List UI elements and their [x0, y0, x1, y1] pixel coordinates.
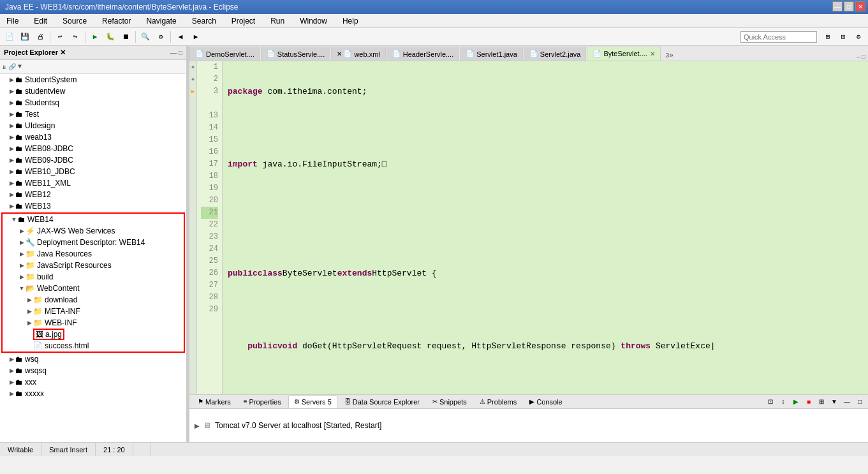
tree-item-webcontent[interactable]: ▼ 📂 WebContent [3, 283, 184, 294]
line-num-17: 17 [201, 158, 218, 170]
tree-item-xxx[interactable]: ▶ 🖿 xxx [0, 376, 186, 388]
tree-item-test[interactable]: ▶ 🖿 Test [0, 108, 186, 120]
toolbar-btn-9[interactable]: ⚙ [154, 30, 168, 44]
tree-item-ajpg[interactable]: 🖼 a.jpg [3, 329, 184, 340]
tab-properties[interactable]: ≡ Properties [238, 396, 287, 408]
tree-item-js-resources[interactable]: ▶ 📁 JavaScript Resources [3, 260, 184, 271]
tree-item-studentsystem[interactable]: ▶ 🖿 StudentSystem [0, 74, 186, 85]
tree-item-studentview[interactable]: ▶ 🖿 studentview [0, 85, 186, 97]
quick-access-input[interactable] [740, 31, 817, 43]
tree-item-wsqsq[interactable]: ▶ 🖿 wsqsq [0, 365, 186, 376]
tree-item-deployment[interactable]: ▶ 🔧 Deployment Descriptor: WEB14 [3, 237, 184, 248]
bottom-minimize-btn[interactable]: — [841, 396, 853, 408]
tree-item-meta-inf[interactable]: ▶ 📁 META-INF [3, 306, 184, 317]
tree-item-success-html[interactable]: 📄 success.html [3, 340, 184, 352]
tree-item-uidesign[interactable]: ▶ 🖿 UIdesign [0, 120, 186, 131]
tree-item-web-inf[interactable]: ▶ 📁 WEB-INF [3, 317, 184, 329]
toolbar-btn-10[interactable]: ◀ [173, 30, 188, 44]
menu-file[interactable]: File [3, 15, 22, 27]
tab-demoservlet[interactable]: 📄 DemoServlet.... [189, 47, 260, 61]
tree-item-web12[interactable]: ▶ 🖿 WEB12 [0, 189, 186, 200]
panel-menu-btn[interactable]: ▼ [18, 63, 22, 70]
project-icon: 🖿 [15, 98, 23, 107]
tab-statusservlet[interactable]: 📄 StatusServle.... [261, 47, 331, 61]
tree-item-web11[interactable]: ▶ 🖿 WEB11_XML [0, 177, 186, 189]
tab-headerservlet[interactable]: 📄 HeaderServle.... [386, 47, 459, 61]
tab-icon: 📄 [195, 50, 204, 58]
code-content[interactable]: package com.itheima.content; import java… [223, 61, 868, 394]
menu-run[interactable]: Run [267, 15, 288, 27]
menu-window[interactable]: Window [296, 15, 331, 27]
menu-navigate[interactable]: Navigate [142, 15, 180, 27]
tab-webxml[interactable]: ✕ 📄 web.xml [331, 47, 385, 61]
tab-close-btn[interactable]: ✕ [650, 50, 655, 57]
toolbar-settings-btn[interactable]: ⚙ [851, 30, 865, 44]
tree-item-xxxxx[interactable]: ▶ 🖿 xxxxx [0, 388, 186, 399]
tab-close-icon[interactable]: ✕ [337, 50, 342, 57]
tree-item-wsq[interactable]: ▶ 🖿 wsq [0, 353, 186, 365]
minimize-editor-btn[interactable]: — [857, 54, 860, 61]
toolbar-btn-8[interactable]: 🔍 [138, 30, 152, 44]
maximize-editor-btn[interactable]: □ [862, 54, 865, 61]
tree-item-web08[interactable]: ▶ 🖿 WEB08-JDBC [0, 143, 186, 154]
menu-refactor[interactable]: Refactor [98, 15, 135, 27]
link-editor-btn[interactable]: 🔗 [8, 63, 16, 71]
minimize-button[interactable]: — [832, 1, 842, 11]
bottom-new-server-btn[interactable]: ▶ [790, 396, 802, 408]
toolbar-new-btn[interactable]: 📄 [3, 30, 17, 44]
tab-console[interactable]: ▶ Console [524, 396, 568, 408]
toolbar-btn-4[interactable]: ↩ [53, 30, 67, 44]
tab-label: web.xml [354, 50, 379, 58]
tab-markers[interactable]: ⚑ Markers [192, 396, 237, 408]
toolbar-btn-11[interactable]: ▶ [189, 30, 203, 44]
line-numbers: 1 2 3 13 14 15 16 17 18 19 20 21 22 23 2… [197, 61, 223, 394]
tab-servlet2[interactable]: 📄 Servlet2.java [524, 47, 587, 61]
panel-maximize-btn[interactable]: □ [179, 49, 182, 56]
toolbar-btn-3[interactable]: 🖨 [33, 30, 47, 44]
tab-properties-label: Properties [249, 398, 281, 406]
bottom-stop-btn[interactable]: ■ [803, 396, 814, 408]
toolbar-btn-7[interactable]: ⏹ [119, 30, 133, 44]
tab-byteservlet[interactable]: 📄 ByteServlet.... ✕ [587, 47, 660, 61]
tree-item-web14[interactable]: ▼ 🖿 WEB14 [3, 214, 184, 225]
tree-item-weab13[interactable]: ▶ 🖿 weab13 [0, 131, 186, 143]
tree-item-web13[interactable]: ▶ 🖿 WEB13 [0, 200, 186, 212]
toolbar-btn-2[interactable]: 💾 [18, 30, 32, 44]
tree-item-java-resources[interactable]: ▶ 📁 Java Resources [3, 248, 184, 260]
tab-label: Servlet1.java [476, 50, 517, 58]
main-layout: Project Explorer ✕ — □ ⇊ 🔗 ▼ ▶ 🖿 Student… [0, 46, 868, 442]
toolbar-debug-btn[interactable]: 🐛 [103, 30, 117, 44]
bottom-toolbar-btn4[interactable]: ▼ [828, 396, 840, 408]
maximize-button[interactable]: □ [844, 1, 854, 11]
tab-datasource[interactable]: 🗄 Data Source Explorer [339, 396, 425, 408]
menu-help[interactable]: Help [339, 15, 362, 27]
toolbar-btn-5[interactable]: ↪ [68, 30, 82, 44]
tab-problems[interactable]: ⚠ Problems [474, 396, 522, 408]
tree-item-web10[interactable]: ▶ 🖿 WEB10_JDBC [0, 166, 186, 177]
tree-item-studentsq[interactable]: ▶ 🖿 Studentsq [0, 97, 186, 108]
code-editor: ● ● ▶ 1 2 3 13 14 15 16 17 18 19 20 21 2… [189, 61, 868, 394]
toolbar-view-btn[interactable]: ⊡ [836, 30, 850, 44]
menu-search[interactable]: Search [188, 15, 220, 27]
tab-overflow[interactable]: 3» [661, 50, 677, 61]
tree-item-web09[interactable]: ▶ 🖿 WEB09-JDBC [0, 154, 186, 166]
toolbar-perspective-btn[interactable]: ⊞ [821, 30, 835, 44]
menu-project[interactable]: Project [228, 15, 259, 27]
menu-source[interactable]: Source [59, 15, 91, 27]
tab-servers[interactable]: ⚙ Servers 5 [288, 396, 337, 408]
server-expand-arrow[interactable]: ▶ [195, 422, 200, 429]
collapse-all-btn[interactable]: ⇊ [3, 63, 6, 71]
panel-collapse-btn[interactable]: — [170, 49, 177, 56]
close-button[interactable]: ✕ [855, 1, 865, 11]
tree-item-jax-ws[interactable]: ▶ ⚡ JAX-WS Web Services [3, 225, 184, 237]
bottom-toolbar-btn2[interactable]: ↕ [777, 396, 789, 408]
tree-item-download[interactable]: ▶ 📁 download [3, 294, 184, 306]
bottom-toolbar-btn1[interactable]: ⊡ [765, 396, 776, 408]
bottom-maximize-btn[interactable]: □ [854, 396, 865, 408]
toolbar-run-btn[interactable]: ▶ [88, 30, 102, 44]
menu-edit[interactable]: Edit [30, 15, 51, 27]
tab-snippets[interactable]: ✂ Snippets [427, 396, 473, 408]
bottom-toolbar-btn3[interactable]: ⊞ [816, 396, 827, 408]
tab-servlet1[interactable]: 📄 Servlet1.java [460, 47, 523, 61]
tree-item-build[interactable]: ▶ 📁 build [3, 271, 184, 283]
